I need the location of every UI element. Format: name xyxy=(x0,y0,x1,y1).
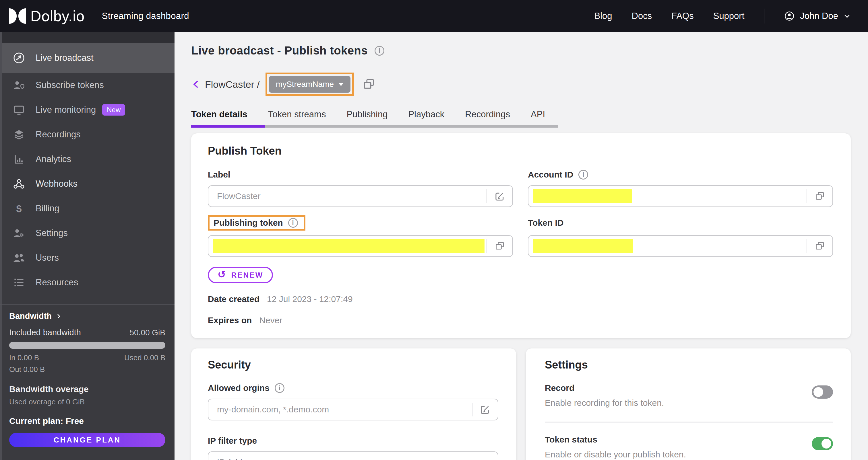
sidebar-item-webhooks[interactable]: Webhooks xyxy=(0,171,175,196)
tab-playback[interactable]: Playback xyxy=(408,109,444,120)
record-toggle[interactable] xyxy=(812,386,833,399)
token-status-row: Token status Enable or disable your publ… xyxy=(545,435,833,459)
tab-token-details[interactable]: Token details xyxy=(191,109,247,120)
bandwidth-header[interactable]: Bandwidth xyxy=(9,311,165,321)
copy-stream-name-button[interactable] xyxy=(362,77,376,91)
live-broadcast-icon xyxy=(12,52,25,64)
bandwidth-panel: Bandwidth Included bandwidth 50.00 GiB I… xyxy=(0,304,175,447)
current-plan: Current plan: Free xyxy=(9,416,165,426)
token-id-input[interactable] xyxy=(528,235,833,257)
info-icon[interactable]: i xyxy=(578,170,588,179)
publish-token-left-col: Label FlowCaster xyxy=(208,170,513,325)
redacted-value xyxy=(533,189,632,203)
chevron-down-icon xyxy=(843,12,851,20)
edit-allowed-origins-button[interactable] xyxy=(472,399,498,420)
sidebar-item-subscribe-tokens[interactable]: Subscribe tokens xyxy=(0,73,175,98)
sidebar-top-strip xyxy=(0,32,175,43)
record-label: Record xyxy=(545,383,664,393)
nav-link-docs[interactable]: Docs xyxy=(632,11,652,21)
redacted-value xyxy=(533,239,633,253)
sidebar-item-label: Billing xyxy=(36,203,59,213)
sidebar-item-label: Settings xyxy=(36,228,68,238)
nav-link-faqs[interactable]: FAQs xyxy=(671,11,694,21)
info-icon[interactable]: i xyxy=(275,383,284,393)
account-id-input[interactable] xyxy=(528,185,833,207)
copy-token-id-button[interactable] xyxy=(807,236,832,256)
publishing-token-annotation-box: Publishing token i xyxy=(208,215,305,231)
allowed-origins-input[interactable]: my-domain.com, *.demo.com xyxy=(208,399,498,420)
tab-bar: Token details Token streams Publishing P… xyxy=(191,109,851,128)
settings-title: Settings xyxy=(545,359,833,371)
sidebar-item-label: Users xyxy=(36,253,59,263)
date-created-row: Date created 12 Jul 2023 - 12:07:49 xyxy=(208,294,513,304)
sidebar-item-settings[interactable]: Settings xyxy=(0,221,175,245)
renew-label: RENEW xyxy=(231,271,264,280)
token-id-label-row: Token ID xyxy=(528,215,833,231)
sidebar-item-users[interactable]: Users xyxy=(0,245,175,270)
topbar: Dolby.io Streaming dashboard Blog Docs F… xyxy=(0,0,868,32)
toggle-knob xyxy=(813,387,823,397)
tab-api[interactable]: API xyxy=(531,109,545,120)
publishing-token-input[interactable] xyxy=(208,235,513,257)
user-menu[interactable]: John Doe xyxy=(784,11,851,22)
sidebar-item-billing[interactable]: $ Billing xyxy=(0,196,175,221)
included-bandwidth-row: Included bandwidth 50.00 GiB xyxy=(9,328,165,337)
token-status-description: Enable or disable your publish token. xyxy=(545,450,686,459)
sidebar-item-label: Resources xyxy=(36,277,78,288)
dollar-icon: $ xyxy=(12,202,25,215)
ip-filter-label-row: IP filter type xyxy=(208,436,498,446)
chevron-right-icon xyxy=(55,313,62,320)
chevron-left-icon[interactable] xyxy=(191,79,202,90)
expires-value: Never xyxy=(259,316,282,325)
renew-button[interactable]: ↺ RENEW xyxy=(208,267,273,283)
tab-publishing[interactable]: Publishing xyxy=(346,109,388,120)
info-icon[interactable]: i xyxy=(288,218,298,228)
bar-chart-icon xyxy=(12,153,25,165)
date-created-label: Date created xyxy=(208,294,259,304)
token-status-text: Token status Enable or disable your publ… xyxy=(545,435,686,459)
top-nav: Blog Docs FAQs Support John Doe xyxy=(594,9,851,24)
label-input[interactable]: FlowCaster xyxy=(208,185,513,207)
bandwidth-progress-bar xyxy=(9,342,165,349)
ip-filter-value: IP Addresses xyxy=(217,457,268,460)
bandwidth-title: Bandwidth xyxy=(9,311,52,321)
tab-recordings[interactable]: Recordings xyxy=(465,109,510,120)
sidebar-item-live-monitoring[interactable]: Live monitoring New xyxy=(0,98,175,122)
bandwidth-in: In 0.00 B xyxy=(9,353,39,362)
copy-publishing-token-button[interactable] xyxy=(487,236,513,256)
change-plan-button[interactable]: CHANGE PLAN xyxy=(9,433,165,447)
copy-account-id-button[interactable] xyxy=(807,186,832,206)
renew-icon: ↺ xyxy=(218,270,227,279)
user-name: John Doe xyxy=(800,11,838,21)
date-created-value: 12 Jul 2023 - 12:07:49 xyxy=(267,294,353,304)
info-icon[interactable]: i xyxy=(375,46,384,56)
nav-link-blog[interactable]: Blog xyxy=(594,11,612,21)
person-shield-icon xyxy=(12,79,25,92)
dolby-logo-icon xyxy=(9,8,26,24)
layers-icon xyxy=(12,128,25,141)
sidebar-nav: Live broadcast Subscribe tokens xyxy=(0,43,175,295)
settings-divider xyxy=(545,422,833,423)
ip-filter-select[interactable]: IP Addresses xyxy=(208,451,498,460)
expires-label: Expires on xyxy=(208,316,252,325)
record-description: Enable recording for this token. xyxy=(545,398,664,408)
sidebar-item-analytics[interactable]: Analytics xyxy=(0,147,175,171)
security-title: Security xyxy=(208,359,498,371)
edit-label-button[interactable] xyxy=(487,186,513,206)
sidebar-item-label: Analytics xyxy=(36,154,71,164)
sidebar-item-live-broadcast[interactable]: Live broadcast xyxy=(0,43,175,73)
sidebar-item-recordings[interactable]: Recordings xyxy=(0,122,175,147)
sidebar-item-resources[interactable]: Resources xyxy=(0,270,175,295)
nav-link-support[interactable]: Support xyxy=(713,11,745,21)
page-title: Live broadcast - Publish tokens xyxy=(191,44,368,57)
sidebar-item-label: Live broadcast xyxy=(36,53,94,63)
label-field-label-row: Label xyxy=(208,170,513,179)
record-row: Record Enable recording for this token. xyxy=(545,383,833,408)
stream-name-dropdown[interactable]: myStreamName xyxy=(269,76,350,93)
breadcrumb-parent: FlowCaster / xyxy=(205,79,260,90)
token-status-toggle[interactable] xyxy=(812,437,833,450)
caret-down-icon xyxy=(338,83,344,86)
product-title: Streaming dashboard xyxy=(102,11,189,21)
tab-token-streams[interactable]: Token streams xyxy=(268,109,326,120)
tab-track xyxy=(191,125,558,128)
